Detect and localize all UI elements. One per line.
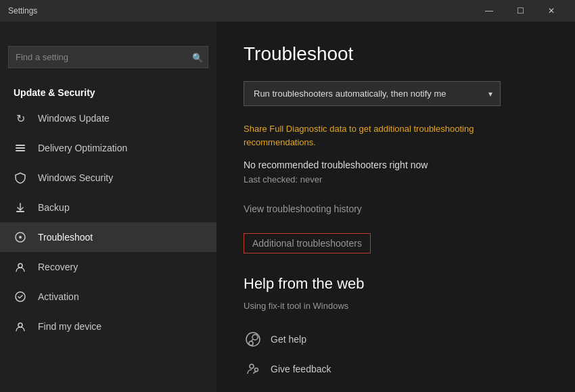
sidebar-item-label: Recovery <box>38 262 78 272</box>
svg-rect-0 <box>16 145 25 146</box>
sidebar-item-windows-update[interactable]: ↻ Windows Update <box>0 103 216 133</box>
main-content: Troubleshoot Run troubleshooters automat… <box>216 22 575 392</box>
close-button[interactable]: ✕ <box>536 0 567 22</box>
recovery-icon <box>14 260 27 274</box>
svg-rect-3 <box>16 211 24 212</box>
sidebar-item-delivery-optimization[interactable]: Delivery Optimization <box>0 133 216 163</box>
sidebar-item-label: Troubleshoot <box>38 232 93 243</box>
maximize-button[interactable]: ☐ <box>505 0 536 22</box>
search-input[interactable] <box>8 46 208 68</box>
diagnostic-link[interactable]: Share Full Diagnostic data to get additi… <box>244 122 548 149</box>
sidebar-item-troubleshoot[interactable]: Troubleshoot <box>0 222 216 252</box>
svg-point-11 <box>249 341 253 345</box>
svg-point-5 <box>19 236 22 239</box>
sidebar-item-label: Windows Security <box>38 172 113 183</box>
svg-rect-1 <box>16 147 25 149</box>
sidebar-item-label: Backup <box>38 202 70 213</box>
svg-rect-2 <box>16 150 25 151</box>
svg-point-8 <box>18 323 22 327</box>
sidebar-item-find-my-device[interactable]: Find my device <box>0 312 216 341</box>
svg-point-10 <box>252 335 258 340</box>
sidebar-section-label: Update & Security <box>0 79 216 103</box>
troubleshoot-mode-dropdown[interactable]: Run troubleshooters automatically, then … <box>244 81 501 106</box>
get-help-label: Get help <box>271 334 306 345</box>
minimize-button[interactable]: — <box>474 0 505 22</box>
additional-troubleshooters-link[interactable]: Additional troubleshooters <box>244 233 371 253</box>
sidebar: 🔍 Update & Security ↻ Windows Update Del… <box>0 22 216 392</box>
svg-point-13 <box>255 368 258 372</box>
sidebar-item-recovery[interactable]: Recovery <box>0 252 216 282</box>
web-help-desc: Using fix-it tool in Windows <box>244 301 548 311</box>
sidebar-item-label: Delivery Optimization <box>38 143 127 153</box>
get-help-item[interactable]: Get help <box>244 324 548 354</box>
give-feedback-item[interactable]: Give feedback <box>244 354 548 384</box>
windows-update-icon: ↻ <box>14 112 27 125</box>
give-feedback-icon <box>244 360 262 378</box>
svg-point-12 <box>250 364 254 368</box>
app-body: 🔍 Update & Security ↻ Windows Update Del… <box>0 22 575 392</box>
sidebar-header <box>0 22 216 46</box>
page-title: Troubleshoot <box>244 43 548 65</box>
svg-point-6 <box>18 264 22 268</box>
no-recommended-text: No recommended troubleshooters right now <box>244 160 548 170</box>
sidebar-item-windows-security[interactable]: Windows Security <box>0 163 216 193</box>
sidebar-item-backup[interactable]: Backup <box>0 193 216 222</box>
find-my-device-icon <box>14 320 27 333</box>
view-history-link[interactable]: View troubleshooting history <box>244 203 548 214</box>
search-box: 🔍 <box>8 46 208 68</box>
dropdown-wrapper: Run troubleshooters automatically, then … <box>244 81 501 106</box>
troubleshoot-icon <box>14 230 27 244</box>
activation-icon <box>14 290 27 303</box>
sidebar-item-label: Activation <box>38 291 79 302</box>
get-help-icon <box>244 330 262 349</box>
delivery-optimization-icon <box>14 141 27 155</box>
titlebar: Settings — ☐ ✕ <box>0 0 575 22</box>
sidebar-item-activation[interactable]: Activation <box>0 282 216 312</box>
titlebar-controls: — ☐ ✕ <box>474 0 567 22</box>
help-section-title: Help from the web <box>244 275 548 293</box>
dropdown-container: Run troubleshooters automatically, then … <box>244 81 548 106</box>
give-feedback-label: Give feedback <box>271 364 331 374</box>
titlebar-title: Settings <box>8 6 474 16</box>
sidebar-item-label: Find my device <box>38 321 101 332</box>
backup-icon <box>14 201 27 214</box>
windows-security-icon <box>14 171 27 185</box>
last-checked-text: Last checked: never <box>244 174 548 185</box>
search-icon: 🔍 <box>192 52 203 62</box>
sidebar-item-label: Windows Update <box>38 113 110 124</box>
